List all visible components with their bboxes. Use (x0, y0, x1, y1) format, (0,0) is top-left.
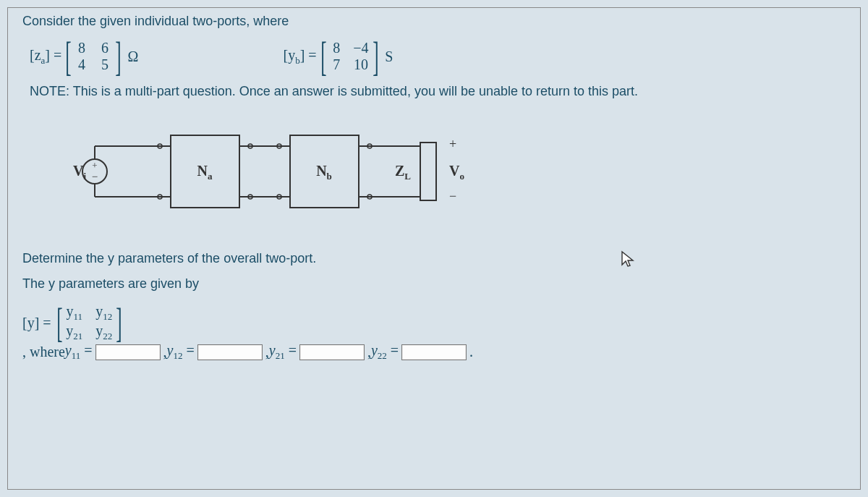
intro-text: Consider the given individual two-ports,… (22, 14, 846, 29)
y21-label: y21 = (269, 342, 297, 362)
yb-unit: S (385, 48, 393, 65)
vo-minus: − (449, 189, 456, 203)
y22-input[interactable] (401, 344, 467, 360)
bracket-left: [ (65, 39, 71, 74)
bracket-right: ] (373, 39, 378, 74)
yb-label: [yb] = (283, 47, 316, 67)
za-expression: [za] = [ 8 6 4 5 ] Ω (30, 39, 138, 74)
y-lhs: [y] = (22, 315, 51, 331)
za-m11: 8 (75, 40, 88, 56)
cursor-icon (620, 250, 636, 268)
period: . (469, 344, 473, 360)
yb-m22: 10 (353, 56, 368, 73)
source-minus: − (92, 171, 98, 182)
question-text: Determine the y parameters of the overal… (22, 251, 846, 266)
y12-input[interactable] (197, 344, 263, 360)
za-m12: 6 (98, 40, 111, 56)
vo-label: Vo (449, 163, 464, 182)
bracket-left: [ (320, 39, 326, 74)
bracket-right: ] (116, 305, 122, 340)
zl-label: ZL (395, 163, 411, 182)
za-label: [za] = (30, 47, 61, 67)
y21: y21 (66, 323, 82, 342)
given-matrices-row: [za] = [ 8 6 4 5 ] Ω [yb] = [ 8 −4 7 10 (30, 39, 846, 74)
answer-line: [y] = [ y11 y12 y21 y22 ] , where y11 = … (22, 303, 846, 362)
yb-m12: −4 (353, 40, 368, 56)
za-matrix: 8 6 4 5 (75, 40, 111, 73)
question-panel: Consider the given individual two-ports,… (7, 7, 861, 490)
za-m22: 5 (98, 56, 111, 73)
y12-label: y12 = (167, 342, 195, 362)
y11-input[interactable] (95, 344, 161, 360)
load-box (420, 143, 436, 200)
yb-expression: [yb] = [ 8 −4 7 10 ] S (283, 39, 393, 74)
na-label: Na (197, 163, 213, 182)
source-plus: + (92, 160, 97, 171)
y22-label: y22 = (371, 342, 399, 362)
y-matrix: y11 y12 y21 y22 (66, 303, 112, 342)
y22: y22 (95, 323, 112, 342)
question-sub-text: The y parameters are given by (22, 276, 846, 292)
note-text: NOTE: This is a multi-part question. Onc… (30, 84, 846, 99)
vo-plus: + (449, 137, 456, 151)
bracket-right: ] (115, 39, 121, 74)
bracket-left: [ (56, 305, 62, 340)
circuit-diagram: + − Vi Na Nb (44, 128, 846, 215)
y21-input[interactable] (299, 344, 365, 360)
yb-m21: 7 (330, 56, 343, 73)
where-label: , where (22, 344, 65, 360)
y11: y11 (66, 303, 82, 323)
y12: y12 (95, 303, 112, 323)
za-m21: 4 (75, 56, 88, 73)
y11-label: y11 = (65, 342, 93, 362)
yb-m11: 8 (330, 40, 343, 56)
za-unit: Ω (128, 48, 139, 65)
yb-matrix: 8 −4 7 10 (330, 40, 368, 73)
circuit-svg: + − Vi Na Nb (44, 128, 507, 215)
nb-label: Nb (316, 163, 332, 182)
